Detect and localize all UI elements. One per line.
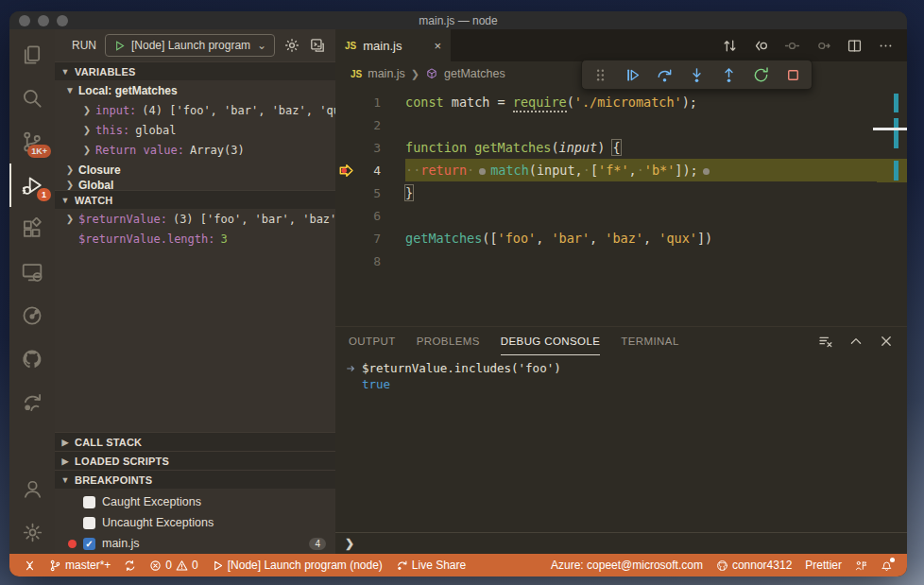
step-back-icon[interactable] [784, 38, 800, 54]
code-line[interactable]: 7getMatches(['foo', 'bar', 'baz', 'qux']… [335, 227, 907, 249]
breakpoint-checkbox[interactable] [83, 496, 95, 508]
tree-row[interactable]: ▼Local: getMatches [55, 80, 335, 100]
activity-search[interactable] [9, 77, 55, 120]
call-stack-section-header[interactable]: ▶ CALL STACK [55, 432, 335, 451]
code-line[interactable]: 1const match = require('./micromatch'); [335, 91, 907, 113]
breakpoint-checkbox[interactable] [83, 517, 95, 529]
code-line[interactable]: 3function getMatches(input) { [335, 136, 907, 159]
debug-settings-gear-icon[interactable] [283, 37, 300, 54]
activity-run-debug[interactable]: 1 [9, 163, 55, 207]
panel-tab-problems[interactable]: PROBLEMS [417, 327, 480, 355]
statusbar-github-account[interactable]: connor4312 [711, 554, 796, 576]
run-bar: RUN [Node] Launch program ⌄ [55, 29, 335, 61]
close-panel-icon[interactable] [879, 334, 894, 349]
launch-config-dropdown[interactable]: [Node] Launch program ⌄ [105, 34, 275, 57]
maximize-panel-icon[interactable] [848, 334, 864, 349]
close-tab-icon[interactable]: × [434, 39, 441, 53]
restart-icon[interactable] [752, 66, 770, 84]
start-debug-icon[interactable] [113, 40, 126, 52]
step-over-icon[interactable] [656, 66, 674, 84]
breadcrumb-symbol[interactable]: getMatches [444, 67, 505, 80]
variables-header-label: VARIABLES [75, 66, 136, 77]
statusbar-feedback[interactable] [850, 554, 872, 576]
breakpoints-section-header[interactable]: ▼ BREAKPOINTS [55, 470, 335, 489]
activity-extensions[interactable] [9, 207, 55, 250]
statusbar-debug-configuration[interactable]: [Node] Launch program (node) [207, 554, 387, 576]
debug-console-input[interactable]: ❯ [335, 532, 907, 554]
tree-row[interactable]: ❯$returnValue:(3) ['foo', 'bar', 'baz'] [55, 209, 335, 229]
continue-icon[interactable] [624, 66, 642, 84]
tree-row[interactable]: ❯Closure [55, 160, 335, 180]
statusbar-prettier[interactable]: Prettier [800, 554, 847, 576]
activity-live-share[interactable] [9, 381, 55, 424]
status-bar: master*+00[Node] Launch program (node)Li… [9, 554, 907, 576]
tree-row[interactable]: ❯Return value:Array(3) [55, 140, 335, 160]
statusbar-remote-indicator[interactable] [19, 554, 41, 576]
line-number[interactable]: 6 [356, 209, 381, 223]
panel-tab-debug-console[interactable]: DEBUG CONSOLE [501, 327, 601, 355]
code-editor[interactable]: 1const match = require('./micromatch');2… [335, 86, 907, 326]
activity-github[interactable] [9, 337, 55, 381]
loaded-scripts-section-header[interactable]: ▶ LOADED SCRIPTS [55, 451, 335, 470]
overview-ruler[interactable] [881, 86, 907, 326]
arrow-small-right-icon [345, 363, 356, 374]
more-actions-icon[interactable] [878, 38, 894, 54]
panel-tab-output[interactable]: OUTPUT [349, 327, 396, 355]
step-out-icon[interactable] [720, 66, 738, 84]
breakpoint-row[interactable]: Uncaught Exceptions [55, 512, 335, 533]
split-editor-icon[interactable] [847, 38, 863, 54]
js-file-icon: JS [351, 69, 362, 79]
watch-section-header[interactable]: ▼ WATCH [55, 190, 335, 209]
tree-row[interactable]: $returnValue.length:3 [55, 229, 335, 249]
activity-explorer[interactable] [9, 33, 55, 77]
tree-row[interactable]: ❯input:(4) ['foo', 'bar', 'baz', 'qux'] [55, 100, 335, 120]
line-number[interactable]: 2 [356, 118, 381, 132]
activity-source-control[interactable]: 1K+ [9, 120, 55, 163]
code-line[interactable]: 6 [335, 204, 907, 227]
step-into-icon[interactable] [688, 66, 706, 84]
tree-row[interactable]: ❯this:global [55, 120, 335, 140]
clear-console-icon[interactable] [818, 334, 833, 349]
code-line[interactable]: 8 [335, 249, 907, 272]
reverse-continue-icon[interactable] [753, 38, 769, 54]
breakpoint-row[interactable]: ✓main.js4 [55, 533, 335, 554]
activity-settings[interactable] [9, 510, 55, 554]
debug-console-output[interactable]: $returnValue.includes('foo') true [335, 355, 907, 532]
activity-accounts[interactable] [9, 467, 55, 510]
statusbar-live-share[interactable]: Live Share [391, 554, 471, 576]
panel-tab-terminal[interactable]: TERMINAL [621, 327, 678, 355]
stop-icon[interactable] [784, 66, 802, 84]
code-line[interactable]: 4··return·match(input,·['f*',·'b*']); [335, 159, 907, 181]
statusbar-sync-changes[interactable] [119, 554, 141, 576]
code-line[interactable]: 2 [335, 113, 907, 136]
compare-changes-icon[interactable] [722, 38, 738, 54]
line-number[interactable]: 1 [356, 95, 381, 110]
statusbar-problems[interactable]: 00 [145, 554, 202, 576]
activity-remote-explorer[interactable] [9, 250, 55, 294]
line-number[interactable]: 7 [356, 232, 381, 246]
github-icon [21, 348, 43, 370]
line-number[interactable]: 5 [356, 186, 381, 200]
breadcrumb-file[interactable]: main.js [368, 67, 405, 80]
inline-breakpoint-dot-icon[interactable] [479, 168, 486, 175]
breakpoint-checkbox[interactable]: ✓ [83, 538, 95, 550]
step-forward-icon[interactable] [815, 38, 831, 54]
line-number[interactable]: 4 [356, 163, 381, 178]
twistie-icon: ▼ [60, 67, 70, 77]
share-sm-icon [396, 559, 408, 572]
breakpoint-current-arrow-icon[interactable] [335, 163, 356, 179]
breakpoint-row[interactable]: Caught Exceptions [55, 491, 335, 512]
activity-timeline[interactable] [9, 294, 55, 337]
line-number[interactable]: 8 [356, 254, 381, 268]
tree-row[interactable]: ❯Global [55, 180, 335, 190]
drag-handle-icon[interactable] [591, 66, 609, 84]
inline-breakpoint-dot-icon[interactable] [703, 168, 710, 175]
debug-console-icon[interactable] [309, 37, 326, 54]
statusbar-azure-account[interactable]: Azure: copeet@microsoft.com [546, 554, 708, 576]
variables-section-header[interactable]: ▼ VARIABLES [55, 61, 335, 80]
line-number[interactable]: 3 [356, 141, 381, 155]
code-line[interactable]: 5} [335, 181, 907, 204]
statusbar-git-branch[interactable]: master*+ [44, 554, 115, 576]
tab-main-js[interactable]: JS main.js × [335, 29, 451, 61]
statusbar-notifications[interactable] [876, 554, 898, 576]
